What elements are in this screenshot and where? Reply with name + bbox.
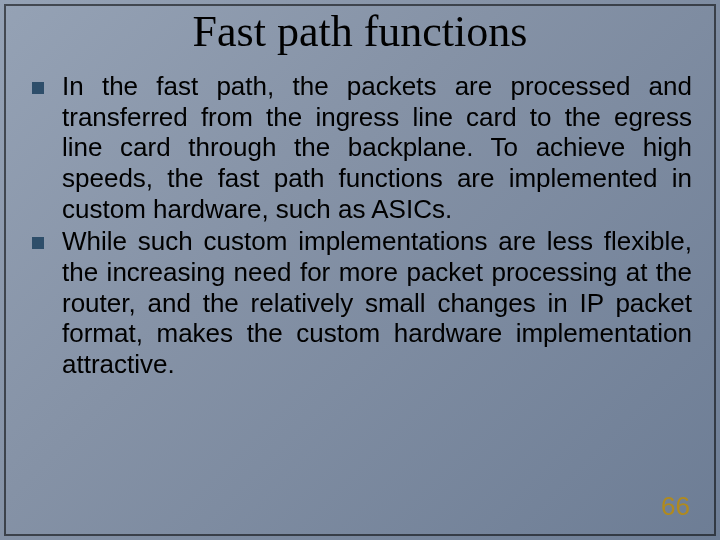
- square-bullet-icon: [32, 82, 44, 94]
- bullet-item: While such custom implementations are le…: [20, 226, 692, 379]
- bullet-text: In the fast path, the packets are proces…: [62, 71, 692, 224]
- page-number: 66: [661, 491, 690, 522]
- bullet-text: While such custom implementations are le…: [62, 226, 692, 379]
- slide: Fast path functions In the fast path, th…: [0, 0, 720, 540]
- slide-body: In the fast path, the packets are proces…: [0, 57, 720, 380]
- slide-title: Fast path functions: [0, 0, 720, 57]
- square-bullet-icon: [32, 237, 44, 249]
- bullet-item: In the fast path, the packets are proces…: [20, 71, 692, 224]
